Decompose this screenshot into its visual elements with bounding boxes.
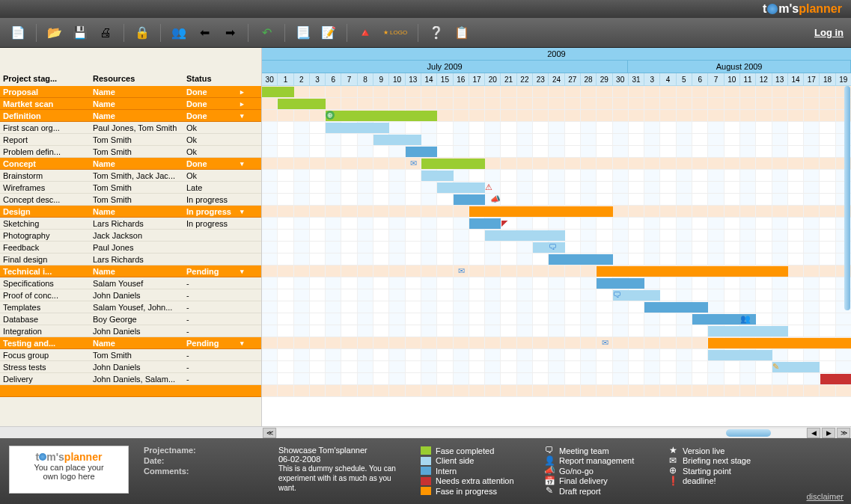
timeline-day[interactable]: 16 <box>454 73 469 86</box>
timeline-day[interactable]: 14 <box>788 73 804 86</box>
gantt-row[interactable] <box>262 277 851 289</box>
task-row[interactable]: Proof of conc...John Daniels- <box>0 289 261 301</box>
scroll-prev-button[interactable]: ◀ <box>807 428 820 438</box>
gantt-bar[interactable] <box>469 206 613 217</box>
chevron-icon[interactable]: ▾ <box>240 158 244 169</box>
timeline-day[interactable]: 31 <box>629 73 644 86</box>
chart-icon[interactable]: ✉ <box>458 266 465 276</box>
gantt-row[interactable]: 📣 <box>262 194 851 206</box>
chart-icon[interactable]: ✉ <box>602 338 608 348</box>
gantt-bar[interactable] <box>772 362 820 372</box>
gantt-row[interactable] <box>262 170 851 182</box>
group-row[interactable]: Technical i...NamePending▾ <box>0 265 261 277</box>
open-button[interactable]: 📂 <box>44 22 65 43</box>
task-row[interactable]: IntegrationJohn Daniels- <box>0 325 261 337</box>
gantt-bar[interactable] <box>597 266 788 277</box>
print-button[interactable]: 🖨 <box>95 22 116 43</box>
chart-icon[interactable]: ◤ <box>501 218 507 228</box>
gantt-bar[interactable] <box>326 111 437 121</box>
help-button[interactable]: ❔ <box>426 22 447 43</box>
timeline-day[interactable]: 7 <box>708 73 724 86</box>
flag-button[interactable]: 🔺 <box>355 22 376 43</box>
timeline-day[interactable]: 6 <box>692 73 708 86</box>
task-row[interactable]: Concept desc...Tom SmithIn progress <box>0 194 261 206</box>
timeline-day[interactable]: 13 <box>406 73 421 86</box>
gantt-bar[interactable] <box>373 135 421 145</box>
disclaimer-link[interactable]: disclaimer <box>806 492 844 501</box>
undo-button[interactable]: ↶ <box>256 22 277 43</box>
custom-logo-box[interactable]: tm'splanner You can place your own logo … <box>9 446 129 494</box>
gantt-row[interactable]: ⊕ <box>262 110 851 122</box>
timeline-day[interactable]: 30 <box>613 73 629 86</box>
save-button[interactable]: 💾 <box>70 22 91 43</box>
gantt-bar[interactable] <box>437 182 485 193</box>
note-button[interactable]: 📋 <box>451 22 472 43</box>
logo-button[interactable]: ★ LOGO <box>380 22 410 43</box>
chart-icon[interactable]: ⚠ <box>485 182 492 192</box>
timeline-day[interactable]: 27 <box>565 73 581 86</box>
gantt-bar[interactable] <box>278 99 326 109</box>
gantt-row[interactable]: 🗨 <box>262 242 851 253</box>
scroll-last-button[interactable]: ≫ <box>837 428 850 438</box>
gantt-bar[interactable] <box>326 123 389 133</box>
task-row[interactable]: First scan org...Paul Jones, Tom SmithOk <box>0 122 261 134</box>
export-button[interactable]: ➡ <box>219 22 240 43</box>
gantt-bar[interactable] <box>597 278 644 289</box>
chart-icon[interactable]: ✎ <box>772 362 779 372</box>
gantt-row[interactable] <box>262 146 851 158</box>
gantt-row[interactable] <box>262 373 851 385</box>
chart-icon[interactable]: 📣 <box>490 194 501 204</box>
group-row[interactable]: DesignNameIn progress▾ <box>0 206 261 218</box>
group-row[interactable]: Martket scanNameDone▸ <box>0 98 261 110</box>
timeline-day[interactable]: 28 <box>581 73 597 86</box>
horizontal-scrollbar[interactable]: ≪ ◀ ▶ ≫ <box>0 426 851 438</box>
chevron-icon[interactable]: ▸ <box>240 86 244 97</box>
task-row[interactable]: Focus groupTom Smith- <box>0 349 261 361</box>
col-header-resources[interactable]: Resources <box>90 74 183 83</box>
gantt-row[interactable] <box>262 325 851 337</box>
scroll-thumb[interactable] <box>726 429 771 437</box>
timeline-day[interactable]: 3 <box>644 73 660 86</box>
gantt-row[interactable] <box>262 122 851 134</box>
task-row[interactable]: SketchingLars RichardsIn progress <box>0 218 261 230</box>
timeline-day[interactable]: 23 <box>533 73 549 86</box>
chart-icon[interactable]: 👥 <box>740 314 751 324</box>
gantt-row[interactable] <box>262 385 851 397</box>
col-header-status[interactable]: Status <box>183 74 247 83</box>
task-row[interactable]: PhotographyJack Jackson <box>0 230 261 242</box>
gantt-bar[interactable] <box>708 326 788 336</box>
gantt-row[interactable]: ✎ <box>262 361 851 373</box>
timeline-day[interactable]: 5 <box>677 73 692 86</box>
vertical-scrollbar[interactable] <box>844 86 851 426</box>
task-row[interactable]: BrainstormTom Smith, Jack Jac...Ok <box>0 170 261 182</box>
gantt-row[interactable] <box>262 134 851 146</box>
timeline-day[interactable]: 17 <box>804 73 820 86</box>
gantt-row[interactable]: ✉ <box>262 158 851 170</box>
timeline-day[interactable]: 1 <box>278 73 293 86</box>
group-row[interactable] <box>0 385 261 397</box>
timeline-day[interactable]: 10 <box>389 73 405 86</box>
task-row[interactable]: TemplatesSalam Yousef, John...- <box>0 301 261 313</box>
doc2-button[interactable]: 📝 <box>318 22 339 43</box>
import-button[interactable]: ⬅ <box>194 22 215 43</box>
gantt-bar[interactable] <box>406 147 438 157</box>
chevron-icon[interactable]: ▾ <box>240 337 244 348</box>
task-row[interactable]: Problem defin...Tom SmithOk <box>0 146 261 158</box>
gantt-row[interactable]: ⚠ <box>262 182 851 194</box>
gantt-row[interactable] <box>262 301 851 313</box>
doc1-button[interactable]: 📃 <box>293 22 314 43</box>
timeline-day[interactable]: 17 <box>469 73 485 86</box>
timeline-day[interactable]: 8 <box>358 73 373 86</box>
task-row[interactable]: FeedbackPaul Jones <box>0 242 261 253</box>
gantt-bar[interactable] <box>262 87 294 97</box>
timeline-day[interactable]: 7 <box>341 73 357 86</box>
task-row[interactable]: DeliveryJohn Daniels, Salam...- <box>0 373 261 385</box>
gantt-row[interactable] <box>262 253 851 265</box>
gantt-bar[interactable] <box>469 218 501 229</box>
timeline-day[interactable]: 12 <box>756 73 772 86</box>
gantt-row[interactable]: ✉ <box>262 337 851 349</box>
timeline-day[interactable]: 4 <box>660 73 676 86</box>
chart-icon[interactable]: 🗨 <box>613 290 621 299</box>
timeline-day[interactable]: 6 <box>326 73 341 86</box>
timeline-day[interactable]: 20 <box>485 73 501 86</box>
